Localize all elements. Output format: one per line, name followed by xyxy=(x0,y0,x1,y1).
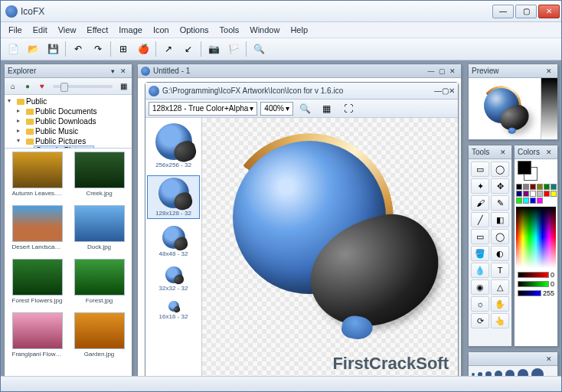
zoom-button[interactable]: 🔍 xyxy=(250,40,268,58)
fill-tool[interactable]: 🪣 xyxy=(471,246,489,261)
fg-bg-colors[interactable] xyxy=(515,159,557,182)
editor-close[interactable]: ✕ xyxy=(449,87,455,95)
thumbnail[interactable]: Forest.jpg xyxy=(70,259,129,309)
import-button[interactable]: ↙ xyxy=(179,40,198,58)
text-tool[interactable]: T xyxy=(491,263,509,278)
burn-tool[interactable]: ✋ xyxy=(491,296,509,312)
lasso-tool[interactable]: ◯ xyxy=(491,162,509,177)
colors-close[interactable]: ✕ xyxy=(544,147,554,158)
rect-tool[interactable]: ▭ xyxy=(471,229,489,244)
b-slider[interactable] xyxy=(518,290,541,296)
color-spectrum[interactable] xyxy=(516,207,556,268)
swatch[interactable] xyxy=(523,184,529,190)
swatch[interactable] xyxy=(551,184,557,190)
doc-close[interactable]: ✕ xyxy=(447,66,458,77)
brush-preset[interactable] xyxy=(485,371,492,376)
menu-tools[interactable]: Tools xyxy=(215,24,244,36)
thumbnail[interactable]: Dock.jpg xyxy=(70,205,129,256)
swatch[interactable] xyxy=(530,198,536,204)
tools-close[interactable]: ✕ xyxy=(498,147,508,158)
swatch[interactable] xyxy=(544,191,550,197)
thumb-size-slider[interactable] xyxy=(53,85,113,88)
minimize-button[interactable]: — xyxy=(492,5,514,18)
brush-preset[interactable] xyxy=(472,373,475,376)
view-button[interactable]: ▦ xyxy=(116,80,130,93)
menu-window[interactable]: Window xyxy=(245,24,284,36)
swatch[interactable] xyxy=(523,191,529,197)
line-tool[interactable]: ╱ xyxy=(471,212,489,227)
undo-button[interactable]: ↶ xyxy=(69,40,87,58)
smudge-tool[interactable]: 👆 xyxy=(491,313,509,328)
fit-icon[interactable]: ⛶ xyxy=(339,100,358,118)
brush-preset[interactable] xyxy=(505,370,515,376)
menu-options[interactable]: Options xyxy=(175,24,214,36)
tree-item[interactable]: Public Documents xyxy=(15,106,130,116)
tree-item[interactable]: Public Downloads xyxy=(15,116,130,126)
swatch[interactable] xyxy=(551,191,557,197)
windows-icon[interactable]: ⊞ xyxy=(114,40,132,58)
rect-select-tool[interactable]: ▭ xyxy=(471,162,489,177)
clone-tool[interactable]: ⟳ xyxy=(471,313,489,328)
menu-file[interactable]: File xyxy=(4,24,27,36)
dodge-tool[interactable]: ☼ xyxy=(471,296,489,312)
swatch[interactable] xyxy=(530,184,536,190)
brush-tool[interactable]: 🖌 xyxy=(471,195,489,211)
swatch[interactable] xyxy=(516,198,522,204)
untitled-title[interactable]: Untitled - 1 — ▢ ✕ xyxy=(138,64,461,78)
doc-minimize[interactable]: — xyxy=(426,66,436,77)
swatch[interactable] xyxy=(523,198,529,204)
swatch[interactable] xyxy=(516,184,522,190)
tree-item[interactable]: Public Pictures xyxy=(15,136,130,146)
size-item[interactable]: 256x256 - 32 xyxy=(147,121,200,171)
thumbnail[interactable]: Forest Flowers.jpg xyxy=(8,259,67,309)
swatch[interactable] xyxy=(537,191,543,197)
zoom-icon[interactable]: 🔍 xyxy=(296,100,315,118)
canvas[interactable]: FirstCrackSoft xyxy=(202,118,458,376)
globe-icon[interactable]: ● xyxy=(21,80,34,93)
foreground-color[interactable] xyxy=(518,161,531,175)
preview-close[interactable]: ✕ xyxy=(544,66,554,77)
maximize-button[interactable]: ▢ xyxy=(515,5,537,18)
thumbnail[interactable]: Autumn Leaves.jpg xyxy=(8,152,67,202)
doc-maximize[interactable]: ▢ xyxy=(436,66,447,77)
thumbnail[interactable]: Garden.jpg xyxy=(70,312,129,363)
brush-preset[interactable] xyxy=(518,369,528,376)
zoom-dropdown[interactable]: 400%▾ xyxy=(260,102,293,116)
menu-help[interactable]: Help xyxy=(286,24,312,36)
open-button[interactable]: 📂 xyxy=(24,40,42,58)
menu-icon[interactable]: Icon xyxy=(149,24,174,36)
apple-icon[interactable]: 🍎 xyxy=(134,40,152,58)
menu-edit[interactable]: Edit xyxy=(28,24,52,36)
thumbnail[interactable]: Creek.jpg xyxy=(70,152,129,202)
editor-maximize[interactable]: ▢ xyxy=(442,87,449,95)
ellipse-tool[interactable]: ◯ xyxy=(491,229,509,244)
size-item[interactable]: 128x128 - 32 xyxy=(147,175,200,219)
size-item[interactable]: 16x16 - 32 xyxy=(147,299,200,322)
preview-gradient[interactable] xyxy=(541,78,557,139)
r-slider[interactable] xyxy=(518,272,549,278)
new-button[interactable]: 📄 xyxy=(4,40,22,58)
favorite-icon[interactable]: ♥ xyxy=(35,80,49,93)
tree-item[interactable]: Public Music xyxy=(15,126,130,136)
home-button[interactable]: ⌂ xyxy=(6,80,20,93)
redo-button[interactable]: ↷ xyxy=(89,40,107,58)
explorer-close-button[interactable]: ✕ xyxy=(118,66,129,77)
eyedropper-tool[interactable]: 💧 xyxy=(471,263,489,278)
size-item[interactable]: 48x48 - 32 xyxy=(147,224,200,260)
size-item[interactable]: 32x32 - 32 xyxy=(147,264,200,294)
sharpen-tool[interactable]: △ xyxy=(491,279,509,295)
brush-close[interactable]: ✕ xyxy=(544,354,554,364)
explorer-menu-button[interactable]: ▾ xyxy=(107,66,118,77)
pencil-tool[interactable]: ✎ xyxy=(491,195,509,211)
tree-root[interactable]: Public xyxy=(6,96,130,106)
swatch[interactable] xyxy=(544,184,550,190)
swatch[interactable] xyxy=(530,191,536,197)
editor-minimize[interactable]: — xyxy=(434,87,442,95)
swatch[interactable] xyxy=(516,191,522,197)
save-button[interactable]: 💾 xyxy=(44,40,62,58)
menu-image[interactable]: Image xyxy=(114,24,147,36)
format-dropdown[interactable]: 128x128 - True Color+Alpha▾ xyxy=(149,102,257,116)
blur-tool[interactable]: ◉ xyxy=(471,279,489,295)
swatch[interactable] xyxy=(537,184,543,190)
brush-preset[interactable] xyxy=(531,368,544,376)
